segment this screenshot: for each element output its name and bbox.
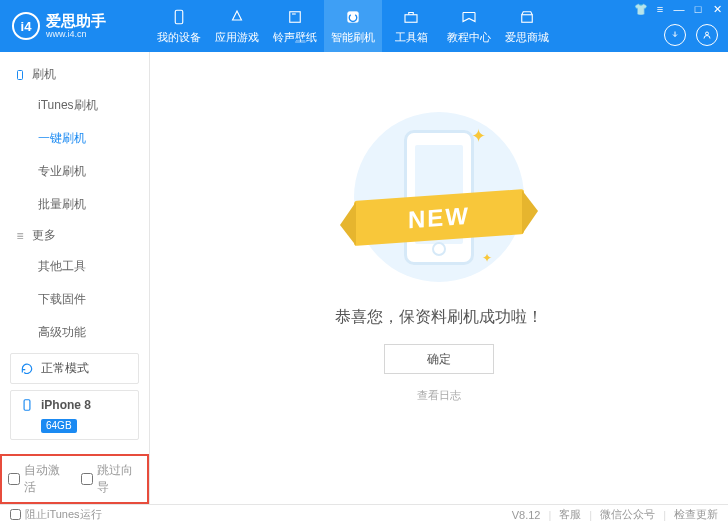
skip-wizard-input[interactable]	[81, 473, 93, 485]
block-itunes-label: 阻止iTunes运行	[25, 507, 102, 522]
flash-icon	[343, 7, 363, 27]
main-content: ✦ ✦ ✦ NEW 恭喜您，保资料刷机成功啦！ 确定 查看日志	[150, 52, 728, 504]
sidebar-section-more[interactable]: ≡ 更多	[0, 221, 149, 250]
skip-wizard-label: 跳过向导	[97, 462, 142, 496]
device-icon	[169, 7, 189, 27]
skin-button[interactable]: 👕	[634, 2, 648, 16]
sidebar-item-oneclick-flash[interactable]: 一键刷机	[0, 122, 149, 155]
sidebar-section-label: 更多	[32, 227, 56, 244]
version-label: V8.12	[512, 509, 541, 521]
bottom-options-row: 自动激活 跳过向导	[0, 454, 149, 504]
sidebar-item-advanced[interactable]: 高级功能	[0, 316, 149, 345]
ok-button[interactable]: 确定	[384, 344, 494, 374]
close-button[interactable]: ✕	[710, 2, 724, 16]
device-name: iPhone 8	[41, 398, 91, 412]
wechat-link[interactable]: 微信公众号	[600, 507, 655, 522]
svg-point-5	[706, 32, 709, 35]
header-right-actions	[664, 24, 718, 46]
star-icon: ✦	[482, 251, 492, 265]
success-illustration: ✦ ✦ ✦ NEW	[334, 107, 544, 287]
menu-button[interactable]: ≡	[653, 2, 667, 16]
sidebar: 刷机 iTunes刷机 一键刷机 专业刷机 批量刷机 ≡ 更多 其他工具 下载固…	[0, 52, 150, 504]
view-log-link[interactable]: 查看日志	[417, 388, 461, 403]
more-icon: ≡	[14, 230, 26, 242]
storage-badge: 64GB	[41, 419, 77, 433]
logo-url: www.i4.cn	[46, 29, 106, 39]
nav-label: 铃声壁纸	[273, 30, 317, 45]
svg-rect-4	[522, 15, 533, 23]
logo-area: i4 爱思助手 www.i4.cn	[0, 12, 150, 40]
nav-tutorial[interactable]: 教程中心	[440, 0, 498, 52]
skip-wizard-checkbox[interactable]: 跳过向导	[81, 462, 142, 496]
auto-activate-checkbox[interactable]: 自动激活	[8, 462, 69, 496]
svg-rect-6	[18, 70, 23, 79]
auto-activate-input[interactable]	[8, 473, 20, 485]
nav-flash[interactable]: 智能刷机	[324, 0, 382, 52]
logo-icon: i4	[12, 12, 40, 40]
svg-rect-3	[405, 15, 417, 23]
nav-label: 我的设备	[157, 30, 201, 45]
separator: |	[663, 509, 666, 521]
check-update-link[interactable]: 检查更新	[674, 507, 718, 522]
nav-label: 爱思商城	[505, 30, 549, 45]
nav-apps[interactable]: 应用游戏	[208, 0, 266, 52]
tutorial-icon	[459, 7, 479, 27]
nav-label: 智能刷机	[331, 30, 375, 45]
status-bar: 阻止iTunes运行 V8.12 | 客服 | 微信公众号 | 检查更新	[0, 504, 728, 524]
block-itunes-checkbox[interactable]: 阻止iTunes运行	[10, 507, 102, 522]
shop-icon	[517, 7, 537, 27]
sidebar-section-label: 刷机	[32, 66, 56, 83]
phone-icon	[19, 397, 35, 413]
separator: |	[589, 509, 592, 521]
sidebar-item-download-firmware[interactable]: 下载固件	[0, 283, 149, 316]
svg-rect-0	[175, 10, 183, 24]
app-header: i4 爱思助手 www.i4.cn 我的设备 应用游戏 铃声壁纸 智能刷机 工具…	[0, 0, 728, 52]
mode-label: 正常模式	[41, 360, 89, 377]
sidebar-item-batch-flash[interactable]: 批量刷机	[0, 188, 149, 221]
toolbox-icon	[401, 7, 421, 27]
phone-icon	[14, 69, 26, 81]
device-block[interactable]: iPhone 8 64GB	[10, 390, 139, 440]
user-button[interactable]	[696, 24, 718, 46]
maximize-button[interactable]: □	[691, 2, 705, 16]
sidebar-item-other-tools[interactable]: 其他工具	[0, 250, 149, 283]
logo-text: 爱思助手	[46, 13, 106, 30]
mode-block[interactable]: 正常模式	[10, 353, 139, 384]
nav-label: 教程中心	[447, 30, 491, 45]
separator: |	[548, 509, 551, 521]
success-message: 恭喜您，保资料刷机成功啦！	[335, 307, 543, 328]
sidebar-item-itunes-flash[interactable]: iTunes刷机	[0, 89, 149, 122]
download-button[interactable]	[664, 24, 686, 46]
sidebar-item-pro-flash[interactable]: 专业刷机	[0, 155, 149, 188]
block-itunes-input[interactable]	[10, 509, 21, 520]
apps-icon	[227, 7, 247, 27]
window-controls: 👕 ≡ — □ ✕	[634, 2, 724, 16]
minimize-button[interactable]: —	[672, 2, 686, 16]
refresh-icon	[19, 361, 35, 377]
support-link[interactable]: 客服	[559, 507, 581, 522]
nav-media[interactable]: 铃声壁纸	[266, 0, 324, 52]
media-icon	[285, 7, 305, 27]
nav-shop[interactable]: 爱思商城	[498, 0, 556, 52]
svg-rect-7	[24, 400, 30, 411]
sidebar-section-flash[interactable]: 刷机	[0, 60, 149, 89]
auto-activate-label: 自动激活	[24, 462, 69, 496]
nav-label: 工具箱	[395, 30, 428, 45]
nav-label: 应用游戏	[215, 30, 259, 45]
top-nav: 我的设备 应用游戏 铃声壁纸 智能刷机 工具箱 教程中心 爱思商城	[150, 0, 556, 52]
svg-rect-1	[290, 12, 301, 23]
nav-my-device[interactable]: 我的设备	[150, 0, 208, 52]
nav-toolbox[interactable]: 工具箱	[382, 0, 440, 52]
